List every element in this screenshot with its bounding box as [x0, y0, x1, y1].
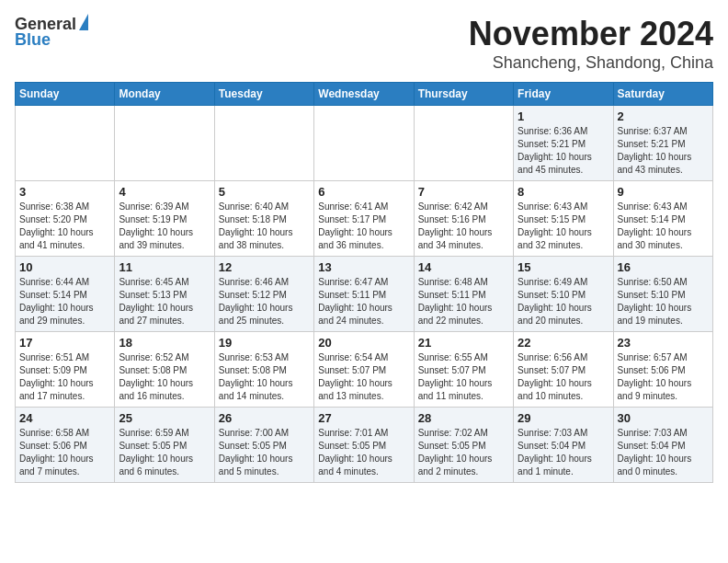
day-number: 24 — [19, 411, 110, 425]
day-number: 12 — [219, 260, 310, 274]
day-number: 28 — [418, 411, 509, 425]
day-number: 5 — [219, 185, 310, 199]
day-info: Sunrise: 6:39 AM Sunset: 5:19 PM Dayligh… — [119, 201, 210, 252]
title-block: November 2024 Shancheng, Shandong, China — [469, 15, 713, 73]
logo: General Blue — [15, 15, 88, 50]
day-info: Sunrise: 7:02 AM Sunset: 5:05 PM Dayligh… — [418, 427, 509, 478]
day-number: 6 — [318, 185, 409, 199]
page-header: General Blue November 2024 Shancheng, Sh… — [15, 15, 713, 73]
day-info: Sunrise: 6:52 AM Sunset: 5:08 PM Dayligh… — [119, 351, 210, 403]
day-info: Sunrise: 6:50 AM Sunset: 5:10 PM Dayligh… — [618, 276, 709, 327]
day-number: 30 — [618, 411, 709, 425]
calendar-week-row: 1Sunrise: 6:36 AM Sunset: 5:21 PM Daylig… — [16, 106, 713, 181]
day-number: 27 — [318, 411, 409, 425]
calendar-cell: 15Sunrise: 6:49 AM Sunset: 5:10 PM Dayli… — [514, 257, 613, 332]
calendar-cell: 12Sunrise: 6:46 AM Sunset: 5:12 PM Dayli… — [214, 257, 313, 332]
day-number: 22 — [518, 336, 609, 350]
day-info: Sunrise: 6:38 AM Sunset: 5:20 PM Dayligh… — [19, 201, 110, 252]
weekday-header-friday: Friday — [514, 83, 613, 106]
day-info: Sunrise: 6:47 AM Sunset: 5:11 PM Dayligh… — [318, 276, 409, 327]
day-number: 11 — [119, 260, 210, 274]
day-info: Sunrise: 6:42 AM Sunset: 5:16 PM Dayligh… — [418, 201, 509, 252]
day-info: Sunrise: 6:54 AM Sunset: 5:07 PM Dayligh… — [318, 351, 409, 403]
weekday-header-thursday: Thursday — [414, 83, 513, 106]
calendar-cell: 30Sunrise: 7:03 AM Sunset: 5:04 PM Dayli… — [613, 408, 712, 483]
calendar-cell: 1Sunrise: 6:36 AM Sunset: 5:21 PM Daylig… — [514, 106, 613, 181]
weekday-header-wednesday: Wednesday — [314, 83, 414, 106]
day-number: 18 — [119, 336, 210, 350]
day-info: Sunrise: 6:57 AM Sunset: 5:06 PM Dayligh… — [618, 351, 709, 403]
weekday-header-tuesday: Tuesday — [214, 83, 313, 106]
calendar-cell — [115, 106, 214, 181]
calendar-cell: 26Sunrise: 7:00 AM Sunset: 5:05 PM Dayli… — [214, 408, 313, 483]
calendar-cell: 11Sunrise: 6:45 AM Sunset: 5:13 PM Dayli… — [115, 257, 214, 332]
day-info: Sunrise: 7:03 AM Sunset: 5:04 PM Dayligh… — [618, 427, 709, 478]
day-number: 9 — [618, 185, 709, 199]
day-info: Sunrise: 6:44 AM Sunset: 5:14 PM Dayligh… — [19, 276, 110, 327]
day-info: Sunrise: 6:49 AM Sunset: 5:10 PM Dayligh… — [518, 276, 609, 327]
day-number: 7 — [418, 185, 509, 199]
calendar-cell: 21Sunrise: 6:55 AM Sunset: 5:07 PM Dayli… — [414, 332, 513, 408]
calendar-cell: 24Sunrise: 6:58 AM Sunset: 5:06 PM Dayli… — [16, 408, 115, 483]
day-info: Sunrise: 7:00 AM Sunset: 5:05 PM Dayligh… — [219, 427, 310, 478]
calendar-week-row: 3Sunrise: 6:38 AM Sunset: 5:20 PM Daylig… — [16, 181, 713, 257]
calendar-table: SundayMondayTuesdayWednesdayThursdayFrid… — [15, 82, 713, 483]
calendar-cell: 2Sunrise: 6:37 AM Sunset: 5:21 PM Daylig… — [613, 106, 712, 181]
day-number: 25 — [119, 411, 210, 425]
calendar-cell: 3Sunrise: 6:38 AM Sunset: 5:20 PM Daylig… — [16, 181, 115, 257]
day-info: Sunrise: 6:40 AM Sunset: 5:18 PM Dayligh… — [219, 201, 310, 252]
calendar-cell — [314, 106, 414, 181]
day-number: 15 — [518, 260, 609, 274]
day-info: Sunrise: 6:43 AM Sunset: 5:15 PM Dayligh… — [518, 201, 609, 252]
day-info: Sunrise: 6:41 AM Sunset: 5:17 PM Dayligh… — [318, 201, 409, 252]
day-info: Sunrise: 6:53 AM Sunset: 5:08 PM Dayligh… — [219, 351, 310, 403]
calendar-week-row: 17Sunrise: 6:51 AM Sunset: 5:09 PM Dayli… — [16, 332, 713, 408]
day-info: Sunrise: 7:03 AM Sunset: 5:04 PM Dayligh… — [518, 427, 609, 478]
day-number: 17 — [19, 336, 110, 350]
calendar-cell: 8Sunrise: 6:43 AM Sunset: 5:15 PM Daylig… — [514, 181, 613, 257]
weekday-header-saturday: Saturday — [613, 83, 712, 106]
calendar-week-row: 24Sunrise: 6:58 AM Sunset: 5:06 PM Dayli… — [16, 408, 713, 483]
calendar-cell: 23Sunrise: 6:57 AM Sunset: 5:06 PM Dayli… — [613, 332, 712, 408]
calendar-cell: 16Sunrise: 6:50 AM Sunset: 5:10 PM Dayli… — [613, 257, 712, 332]
month-title: November 2024 — [469, 15, 713, 53]
calendar-cell: 14Sunrise: 6:48 AM Sunset: 5:11 PM Dayli… — [414, 257, 513, 332]
day-number: 4 — [119, 185, 210, 199]
calendar-cell: 27Sunrise: 7:01 AM Sunset: 5:05 PM Dayli… — [314, 408, 414, 483]
calendar-cell: 5Sunrise: 6:40 AM Sunset: 5:18 PM Daylig… — [214, 181, 313, 257]
calendar-cell: 18Sunrise: 6:52 AM Sunset: 5:08 PM Dayli… — [115, 332, 214, 408]
calendar-cell — [16, 106, 115, 181]
location-title: Shancheng, Shandong, China — [469, 53, 713, 73]
day-info: Sunrise: 6:51 AM Sunset: 5:09 PM Dayligh… — [19, 351, 110, 403]
day-number: 2 — [618, 109, 709, 123]
day-info: Sunrise: 6:37 AM Sunset: 5:21 PM Dayligh… — [618, 125, 709, 177]
day-number: 16 — [618, 260, 709, 274]
calendar-cell: 6Sunrise: 6:41 AM Sunset: 5:17 PM Daylig… — [314, 181, 414, 257]
day-info: Sunrise: 6:55 AM Sunset: 5:07 PM Dayligh… — [418, 351, 509, 403]
day-number: 8 — [518, 185, 609, 199]
day-number: 1 — [518, 109, 609, 123]
day-info: Sunrise: 6:59 AM Sunset: 5:05 PM Dayligh… — [119, 427, 210, 478]
calendar-cell: 29Sunrise: 7:03 AM Sunset: 5:04 PM Dayli… — [514, 408, 613, 483]
calendar-header-row: SundayMondayTuesdayWednesdayThursdayFrid… — [16, 83, 713, 106]
day-number: 14 — [418, 260, 509, 274]
calendar-cell: 19Sunrise: 6:53 AM Sunset: 5:08 PM Dayli… — [214, 332, 313, 408]
calendar-cell: 20Sunrise: 6:54 AM Sunset: 5:07 PM Dayli… — [314, 332, 414, 408]
weekday-header-sunday: Sunday — [16, 83, 115, 106]
calendar-week-row: 10Sunrise: 6:44 AM Sunset: 5:14 PM Dayli… — [16, 257, 713, 332]
calendar-cell: 17Sunrise: 6:51 AM Sunset: 5:09 PM Dayli… — [16, 332, 115, 408]
day-info: Sunrise: 7:01 AM Sunset: 5:05 PM Dayligh… — [318, 427, 409, 478]
day-info: Sunrise: 6:45 AM Sunset: 5:13 PM Dayligh… — [119, 276, 210, 327]
day-info: Sunrise: 6:36 AM Sunset: 5:21 PM Dayligh… — [518, 125, 609, 177]
day-number: 23 — [618, 336, 709, 350]
day-number: 26 — [219, 411, 310, 425]
calendar-cell: 4Sunrise: 6:39 AM Sunset: 5:19 PM Daylig… — [115, 181, 214, 257]
day-number: 29 — [518, 411, 609, 425]
day-number: 3 — [19, 185, 110, 199]
day-info: Sunrise: 6:43 AM Sunset: 5:14 PM Dayligh… — [618, 201, 709, 252]
calendar-cell: 28Sunrise: 7:02 AM Sunset: 5:05 PM Dayli… — [414, 408, 513, 483]
logo-blue-text: Blue — [15, 30, 51, 50]
calendar-cell: 25Sunrise: 6:59 AM Sunset: 5:05 PM Dayli… — [115, 408, 214, 483]
day-number: 13 — [318, 260, 409, 274]
calendar-cell: 7Sunrise: 6:42 AM Sunset: 5:16 PM Daylig… — [414, 181, 513, 257]
